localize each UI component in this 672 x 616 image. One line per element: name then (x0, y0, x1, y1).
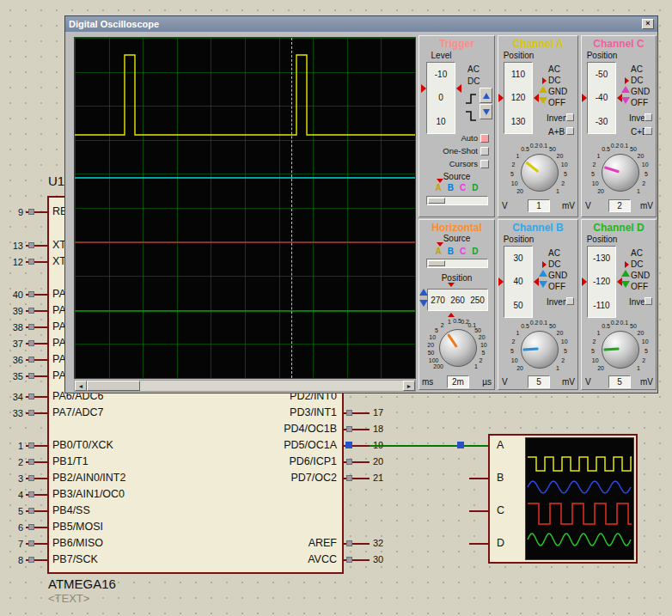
dial-scale-label: 2 (592, 161, 596, 167)
dial-scale-label: 100 (429, 357, 439, 363)
unit-left: V (502, 377, 508, 387)
position-scale: -130 -120 -110 (587, 246, 616, 318)
pin-connection-square (28, 459, 34, 465)
coupling-option-ac[interactable]: AC (548, 248, 560, 258)
cursors-indicator[interactable] (480, 160, 489, 168)
pin-connection-square (346, 540, 352, 546)
dial-scale-label: 1 (637, 364, 640, 370)
display-scrollbar[interactable]: ◄ ► (74, 380, 416, 392)
dial-pointer (604, 166, 620, 173)
falling-edge-icon[interactable] (464, 110, 478, 122)
coupling-marker (542, 261, 547, 268)
source-channel-c[interactable]: C (460, 183, 466, 192)
dial-scale-label: 20 (597, 187, 604, 193)
component-text-placeholder: <TEXT> (48, 592, 89, 605)
channel-c-panel: Channel C Position -50 -40 -30 AC DC GND… (581, 35, 657, 217)
coupling-option-dc[interactable]: DC (631, 76, 643, 85)
position-nudge-arrows[interactable] (621, 86, 630, 105)
wire-pd5-to-scope-a[interactable] (370, 445, 488, 447)
scroll-left-button[interactable]: ◄ (75, 381, 87, 391)
source-channel-d[interactable]: D (472, 247, 478, 256)
position-nudge-arrows[interactable] (621, 270, 630, 289)
horizontal-source-slider[interactable] (426, 259, 488, 268)
dial-scale-label: 0.2 (530, 143, 539, 149)
coupling-option-gnd[interactable]: GND (548, 271, 567, 280)
source-channel-a[interactable]: A (436, 183, 442, 192)
dial-scale-label: 5 (591, 347, 595, 353)
invert-button[interactable] (566, 113, 574, 121)
source-channel-b[interactable]: B (448, 247, 454, 256)
dial-scale-label: 50 (549, 323, 556, 329)
channel-c-gain-knob[interactable]: 20105210.50.20.1502010521 (582, 134, 657, 210)
position-marker-left (582, 278, 587, 286)
coupling-option-ac[interactable]: AC (631, 64, 643, 74)
dial-pointer (447, 333, 458, 348)
pin-label: PB5/MOSI (52, 521, 103, 534)
coupling-option-off[interactable]: OFF (548, 98, 565, 107)
horizontal-position-slider[interactable]: 270 260 250 (427, 289, 488, 311)
slider-thumb[interactable] (428, 260, 445, 266)
coupling-option-gnd[interactable]: GND (631, 87, 650, 96)
close-icon[interactable]: × (642, 19, 654, 29)
level-up-button[interactable] (480, 88, 492, 103)
pin-number: 34 (0, 391, 23, 403)
position-label: Position (582, 235, 622, 244)
position-label: Position (419, 273, 494, 283)
source-channel-d[interactable]: D (472, 183, 478, 192)
window-titlebar[interactable]: Digital Oscilloscope × (65, 16, 657, 32)
position-nudge-arrows[interactable] (539, 270, 547, 289)
coupling-option-ac[interactable]: AC (631, 248, 643, 258)
position-drag-arrows[interactable] (419, 289, 428, 311)
horizontal-source-selector[interactable]: ABCD (423, 247, 491, 256)
scroll-right-button[interactable]: ► (403, 381, 415, 391)
coupling-option-off[interactable]: OFF (631, 98, 648, 107)
pin-number: 21 (373, 472, 399, 484)
trigger-source-slider[interactable] (426, 196, 488, 205)
one-shot-indicator[interactable] (480, 147, 489, 156)
oscilloscope-component-screen (525, 437, 634, 560)
coupling-option-off[interactable]: OFF (631, 282, 648, 291)
position-nudge-arrows[interactable] (539, 86, 547, 105)
dial-scale-label: 10 (592, 357, 599, 363)
dial-scale-label: 0.2 (611, 143, 620, 149)
level-down-button[interactable] (480, 104, 492, 119)
source-channel-c[interactable]: C (460, 247, 466, 256)
coupling-option-dc[interactable]: DC (631, 259, 643, 269)
invert-button[interactable] (645, 113, 652, 121)
unit-left: ms (422, 377, 433, 387)
dial-scale-label: 5 (564, 347, 567, 353)
channel-a-gain-knob[interactable]: 20105210.50.20.1502010521 (501, 134, 577, 210)
trigger-level-slider[interactable]: -10 0 10 (421, 62, 461, 134)
dial-pointer (522, 348, 538, 351)
pin-connection-square (28, 209, 34, 215)
invert-button[interactable] (645, 297, 652, 305)
coupling-option-dc[interactable]: DC (548, 76, 560, 85)
dial-scale-label: 0.1 (620, 320, 629, 326)
rising-edge-icon[interactable] (464, 93, 478, 105)
timebase-value: 2m (447, 375, 469, 388)
channel-c-position-slider[interactable]: -50 -40 -30 (582, 62, 622, 134)
channel-d-position-slider[interactable]: -130 -120 -110 (582, 246, 622, 318)
coupling-option-dc[interactable]: DC (467, 76, 480, 86)
timebase-knob[interactable]: 2001005020105210.50.20.1502010521 (419, 309, 495, 385)
coupling-option-ac[interactable]: AC (467, 64, 480, 74)
source-channel-a[interactable]: A (436, 247, 442, 256)
coupling-option-off[interactable]: OFF (548, 282, 565, 291)
trigger-source-selector[interactable]: ABCD (423, 183, 491, 192)
coupling-option-gnd[interactable]: GND (631, 271, 650, 280)
scroll-thumb[interactable] (87, 381, 140, 391)
invert-button[interactable] (566, 297, 574, 305)
coupling-option-gnd[interactable]: GND (548, 87, 567, 96)
slider-thumb[interactable] (428, 198, 445, 204)
dial-pointer (603, 348, 619, 351)
channel-a-position-slider[interactable]: 110 120 130 (498, 62, 539, 134)
dial-scale-label: 0.5 (521, 146, 529, 152)
coupling-option-dc[interactable]: DC (548, 259, 560, 269)
mini-trace-0 (528, 457, 632, 471)
source-channel-b[interactable]: B (448, 183, 454, 192)
dial-scale-label: 2 (441, 322, 444, 328)
coupling-option-ac[interactable]: AC (548, 64, 560, 74)
auto-indicator[interactable] (480, 134, 489, 143)
unit-right: mV (562, 377, 575, 387)
channel-b-position-slider[interactable]: 30 40 50 (498, 246, 539, 318)
